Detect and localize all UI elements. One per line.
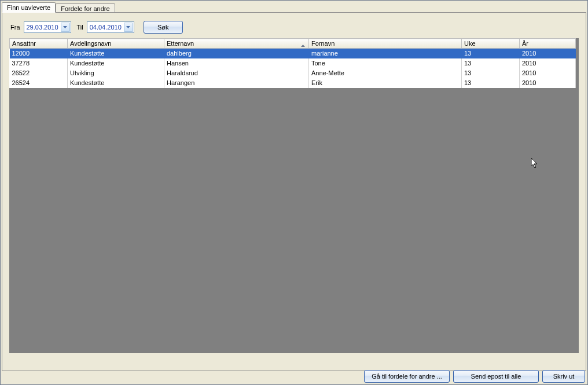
- til-date-value: 04.04.2010: [90, 24, 122, 31]
- tab-finn-uavleverte[interactable]: Finn uavleverte: [2, 2, 56, 13]
- cell-etter: Haraldsrud: [164, 68, 309, 78]
- cell-avd: Kundestøtte: [68, 78, 164, 88]
- send-epost-button[interactable]: Send epost til alle: [453, 370, 539, 383]
- col-ar[interactable]: År: [520, 39, 576, 49]
- col-label: Ansattnr: [12, 40, 36, 47]
- fra-label: Fra: [10, 24, 20, 31]
- col-fornavn[interactable]: Fornavn: [309, 39, 462, 49]
- cell-ar: 2010: [520, 78, 576, 88]
- cell-ansatt: 26522: [10, 68, 68, 78]
- table-row[interactable]: 37278KundestøtteHansenTone132010: [10, 58, 576, 68]
- table-row[interactable]: 26522UtviklingHaraldsrudAnne-Mette132010: [10, 68, 576, 78]
- cell-ar: 2010: [520, 58, 576, 68]
- fra-date-value: 29.03.2010: [27, 24, 58, 31]
- til-date-picker[interactable]: 04.04.2010: [87, 21, 134, 33]
- cell-ansatt: 12000: [10, 49, 68, 58]
- col-ansattnr[interactable]: Ansattnr: [10, 39, 68, 49]
- sok-button[interactable]: Søk: [144, 21, 183, 34]
- button-label: Skriv ut: [553, 373, 575, 380]
- svg-marker-1: [126, 26, 130, 28]
- cell-uke: 13: [462, 68, 520, 78]
- skriv-ut-button[interactable]: Skriv ut: [542, 370, 585, 383]
- results-table[interactable]: Ansattnr Avdelingsnavn Etternavn Fornavn…: [9, 38, 576, 88]
- cell-ar: 2010: [520, 68, 576, 78]
- cell-uke: 13: [462, 49, 520, 58]
- col-uke[interactable]: Uke: [462, 39, 520, 49]
- col-label: Fornavn: [311, 40, 335, 47]
- tab-label: Finn uavleverte: [7, 4, 50, 11]
- col-label: Uke: [464, 40, 476, 47]
- window: Finn uavleverte Fordele for andre Fra 29…: [0, 0, 588, 385]
- tab-label: Fordele for andre: [61, 5, 109, 12]
- button-label: Gå til fordele for andre ...: [372, 373, 442, 380]
- cell-etter: Hansen: [164, 58, 309, 68]
- filter-row: Fra 29.03.2010 Til 04.04.2010 Søk: [2, 13, 586, 38]
- cell-forn: Anne-Mette: [309, 68, 462, 78]
- cell-etter: Harangen: [164, 78, 309, 88]
- cell-forn: marianne: [309, 49, 462, 58]
- tab-strip: Finn uavleverte Fordele for andre: [1, 1, 587, 12]
- cell-ar: 2010: [520, 49, 576, 58]
- tab-page: Fra 29.03.2010 Til 04.04.2010 Søk: [2, 12, 586, 371]
- cell-uke: 13: [462, 58, 520, 68]
- bottom-bar: Gå til fordele for andre ... Send epost …: [364, 370, 585, 383]
- ga-til-fordele-button[interactable]: Gå til fordele for andre ...: [364, 370, 450, 383]
- chevron-down-icon[interactable]: [124, 23, 133, 32]
- table-row[interactable]: 12000Kundestøttedahlbergmarianne132010: [10, 49, 576, 58]
- col-avdelingsnavn[interactable]: Avdelingsnavn: [68, 39, 164, 49]
- fra-date-picker[interactable]: 29.03.2010: [24, 21, 71, 33]
- cell-ansatt: 37278: [10, 58, 68, 68]
- button-label: Send epost til alle: [471, 373, 521, 380]
- col-label: Etternavn: [167, 40, 194, 47]
- table-header-row: Ansattnr Avdelingsnavn Etternavn Fornavn…: [10, 39, 576, 49]
- cell-ansatt: 26524: [10, 78, 68, 88]
- col-label: Avdelingsnavn: [70, 40, 111, 47]
- svg-marker-0: [63, 26, 67, 28]
- cell-etter: dahlberg: [164, 49, 309, 58]
- table-row[interactable]: 26524KundestøtteHarangenErik132010: [10, 78, 576, 88]
- cell-forn: Erik: [309, 78, 462, 88]
- grid-wrap: Ansattnr Avdelingsnavn Etternavn Fornavn…: [9, 38, 579, 353]
- col-label: År: [522, 40, 528, 47]
- col-etternavn[interactable]: Etternavn: [164, 39, 309, 49]
- cell-uke: 13: [462, 78, 520, 88]
- cell-forn: Tone: [309, 58, 462, 68]
- chevron-down-icon[interactable]: [61, 23, 70, 32]
- svg-marker-2: [301, 45, 305, 47]
- button-label: Søk: [157, 24, 169, 31]
- sort-asc-icon: [301, 41, 305, 48]
- cell-avd: Utvikling: [68, 68, 164, 78]
- cell-avd: Kundestøtte: [68, 49, 164, 58]
- til-label: Til: [77, 24, 83, 31]
- cell-avd: Kundestøtte: [68, 58, 164, 68]
